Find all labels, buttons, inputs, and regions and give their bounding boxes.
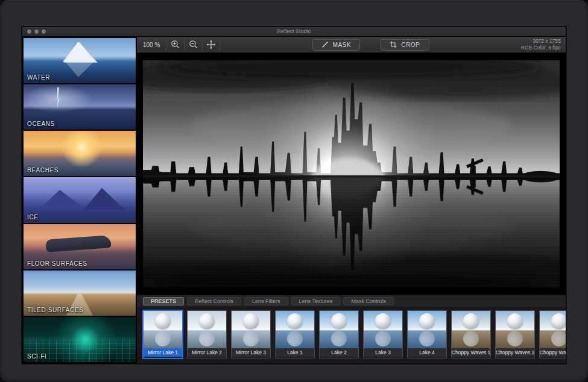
preset-label: Lake 3 bbox=[364, 348, 402, 357]
presets-strip: Mirror Lake 1 Mirror Lake 2 bbox=[137, 307, 566, 363]
image-dimensions: 3072 x 1755 bbox=[521, 38, 561, 45]
sidebar-item-sci-fi[interactable]: SCI-FI bbox=[24, 317, 136, 362]
mask-button[interactable]: MASK bbox=[312, 39, 361, 51]
main-area: WATER OCEANS BEACHES ICE FLOOR SURFACES bbox=[22, 37, 566, 363]
sphere-graphic bbox=[199, 313, 215, 329]
sphere-graphic bbox=[331, 313, 347, 329]
ice-thumbnail-image bbox=[24, 177, 136, 222]
sidebar-item-label: ICE bbox=[27, 214, 38, 221]
titlebar: Reflect Studio bbox=[22, 27, 566, 37]
sphere-graphic bbox=[287, 313, 303, 329]
preset-choppy-waves-2[interactable]: Choppy Waves 2 bbox=[495, 310, 535, 359]
sphere-reflection-graphic bbox=[155, 331, 171, 346]
zoom-out-icon bbox=[189, 40, 198, 49]
sidebar-item-label: WATER bbox=[27, 74, 50, 81]
sphere-reflection-graphic bbox=[331, 331, 347, 346]
sphere-graphic bbox=[375, 313, 391, 329]
sphere-graphic bbox=[419, 313, 435, 329]
minimize-button[interactable] bbox=[34, 30, 39, 34]
preset-lake-2[interactable]: Lake 2 bbox=[319, 310, 359, 359]
editor-pane: 100 % bbox=[137, 37, 566, 363]
close-button[interactable] bbox=[27, 30, 31, 34]
preset-label: Mirror Lake 1 bbox=[144, 348, 182, 357]
crop-icon bbox=[390, 41, 397, 48]
sidebar-item-tiled-surfaces[interactable]: TILED SURFACES bbox=[24, 271, 136, 316]
tab-lens-textures[interactable]: Lens Textures bbox=[291, 297, 341, 305]
preset-thumbnail-image bbox=[320, 311, 358, 348]
sidebar-item-label: SCI-FI bbox=[27, 353, 47, 360]
preset-thumbnail-image bbox=[144, 311, 182, 348]
sphere-reflection-graphic bbox=[419, 331, 435, 346]
zoom-window-button[interactable] bbox=[42, 30, 46, 34]
tab-reflect-controls[interactable]: Reflect Controls bbox=[187, 297, 241, 305]
zoom-button-group bbox=[166, 39, 220, 51]
sphere-graphic bbox=[155, 313, 171, 329]
preset-mirror-lake-2[interactable]: Mirror Lake 2 bbox=[187, 310, 227, 359]
preset-thumbnail-image bbox=[232, 311, 270, 348]
category-sidebar: WATER OCEANS BEACHES ICE FLOOR SURFACES bbox=[22, 37, 137, 363]
preset-label: Choppy Waves 3 bbox=[540, 348, 566, 357]
toolbar-center-group: MASK CROP bbox=[312, 39, 429, 51]
sidebar-item-oceans[interactable]: OCEANS bbox=[24, 84, 136, 130]
sidebar-item-floor-surfaces[interactable]: FLOOR SURFACES bbox=[24, 224, 136, 269]
preset-label: Choppy Waves 1 bbox=[452, 348, 490, 357]
window-title: Reflect Studio bbox=[22, 27, 566, 36]
zoom-out-button[interactable] bbox=[184, 39, 202, 51]
image-color-mode: RGB Color, 8 bpc bbox=[521, 45, 561, 51]
sidebar-item-water[interactable]: WATER bbox=[24, 38, 136, 83]
sphere-reflection-graphic bbox=[199, 331, 215, 346]
preset-thumbnail-image bbox=[276, 311, 314, 348]
sidebar-item-label: TILED SURFACES bbox=[27, 307, 83, 313]
preset-label: Lake 1 bbox=[276, 348, 314, 357]
sphere-graphic bbox=[551, 313, 566, 329]
preset-label: Mirror Lake 2 bbox=[188, 348, 226, 357]
sidebar-item-ice[interactable]: ICE bbox=[24, 177, 136, 222]
sphere-graphic bbox=[507, 313, 523, 329]
sphere-reflection-graphic bbox=[243, 331, 259, 346]
preset-label: Choppy Waves 2 bbox=[496, 348, 534, 357]
zoom-in-button[interactable] bbox=[166, 39, 184, 51]
zoom-level: 100 % bbox=[143, 42, 160, 48]
preset-label: Lake 4 bbox=[408, 348, 446, 357]
preset-lake-3[interactable]: Lake 3 bbox=[363, 310, 403, 359]
preset-thumbnail-image bbox=[540, 311, 566, 348]
preset-lake-4[interactable]: Lake 4 bbox=[407, 310, 447, 359]
preset-thumbnail-image bbox=[408, 311, 446, 348]
control-tabs: PRESETS Reflect Controls Lens Filters Le… bbox=[137, 295, 566, 307]
sphere-graphic bbox=[243, 313, 259, 329]
preset-thumbnail-image bbox=[188, 311, 226, 348]
sphere-reflection-graphic bbox=[463, 331, 479, 346]
zoom-in-icon bbox=[171, 40, 180, 49]
pencil-icon bbox=[321, 41, 329, 48]
sphere-reflection-graphic bbox=[375, 331, 391, 346]
sidebar-item-label: OCEANS bbox=[27, 121, 55, 127]
canvas-image bbox=[143, 60, 560, 287]
preset-lake-1[interactable]: Lake 1 bbox=[275, 310, 315, 359]
toolbar: 100 % bbox=[137, 37, 566, 53]
sidebar-item-label: BEACHES bbox=[27, 167, 58, 174]
preset-thumbnail-image bbox=[496, 311, 534, 348]
tab-lens-filters[interactable]: Lens Filters bbox=[244, 297, 288, 305]
crop-button[interactable]: CROP bbox=[381, 39, 429, 51]
sidebar-item-label: FLOOR SURFACES bbox=[27, 260, 87, 267]
preset-choppy-waves-1[interactable]: Choppy Waves 1 bbox=[451, 310, 491, 359]
preset-mirror-lake-1[interactable]: Mirror Lake 1 bbox=[143, 310, 183, 359]
sphere-reflection-graphic bbox=[551, 331, 566, 346]
tab-mask-controls[interactable]: Mask Controls bbox=[343, 297, 394, 305]
preset-mirror-lake-3[interactable]: Mirror Lake 3 bbox=[231, 310, 271, 359]
mask-button-label: MASK bbox=[333, 42, 352, 48]
preset-label: Mirror Lake 3 bbox=[232, 348, 270, 357]
sphere-graphic bbox=[463, 313, 479, 329]
pan-tool-button[interactable] bbox=[202, 39, 220, 51]
preset-thumbnail-image bbox=[364, 311, 402, 348]
tab-presets[interactable]: PRESETS bbox=[143, 297, 184, 305]
sphere-reflection-graphic bbox=[507, 331, 523, 346]
image-info: 3072 x 1755 RGB Color, 8 bpc bbox=[521, 38, 561, 51]
sidebar-item-beaches[interactable]: BEACHES bbox=[24, 131, 136, 176]
app-window: Reflect Studio WATER OCEANS BEACHES bbox=[22, 27, 566, 364]
pan-icon bbox=[206, 40, 216, 49]
crop-button-label: CROP bbox=[401, 42, 420, 48]
preset-thumbnail-image bbox=[452, 311, 490, 348]
canvas-viewport[interactable] bbox=[137, 53, 566, 295]
preset-choppy-waves-3[interactable]: Choppy Waves 3 bbox=[539, 310, 566, 359]
